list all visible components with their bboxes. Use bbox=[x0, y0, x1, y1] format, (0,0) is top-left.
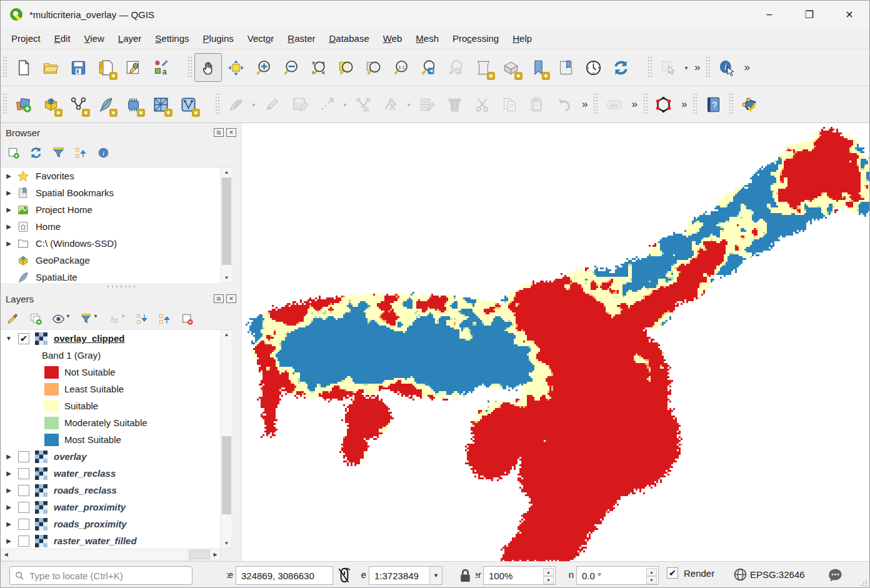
layer-name[interactable]: water_proximity bbox=[54, 502, 126, 512]
browser-vertical-scrollbar[interactable]: ▲ ▼ bbox=[221, 167, 232, 283]
layer-row-overlay[interactable]: ▶ overlay bbox=[1, 448, 233, 465]
menu-plugins[interactable]: Plugins bbox=[196, 30, 241, 47]
collapse-all-button[interactable] bbox=[72, 144, 89, 161]
data-source-manager-button[interactable] bbox=[9, 90, 37, 119]
scroll-up-arrow[interactable]: ▲ bbox=[221, 330, 232, 339]
scroll-down-arrow[interactable]: ▼ bbox=[221, 539, 232, 548]
layer-checkbox[interactable] bbox=[18, 451, 29, 462]
layers-vertical-scrollbar[interactable]: ▲ ▼ bbox=[221, 329, 232, 549]
toolbar-grip[interactable] bbox=[188, 57, 192, 78]
new-shapefile-layer-button[interactable]: ✶ bbox=[64, 90, 92, 119]
messages-button[interactable] bbox=[827, 567, 844, 586]
new-3d-map-view-button[interactable]: ✶ bbox=[497, 53, 524, 82]
properties-info-button[interactable]: i bbox=[94, 144, 112, 161]
layer-name[interactable]: raster_water_filled bbox=[54, 536, 137, 546]
new-mesh-layer-button[interactable]: ✶ bbox=[147, 90, 174, 119]
collapse-icon[interactable]: ▼ bbox=[1, 335, 17, 342]
map-canvas-area[interactable] bbox=[241, 123, 870, 561]
toolbar-overflow[interactable]: » bbox=[678, 98, 691, 111]
remove-layer-button[interactable] bbox=[178, 310, 196, 327]
rotation-spinbox[interactable]: 0.0 ° ▲▼ bbox=[576, 566, 659, 585]
layer-row-water-reclass[interactable]: ▶ water_reclass bbox=[1, 465, 233, 482]
menu-mesh[interactable]: Mesh bbox=[409, 30, 446, 47]
toolbar-grip[interactable] bbox=[215, 94, 220, 115]
layer-row-roads-reclass[interactable]: ▶ roads_reclass bbox=[1, 482, 233, 499]
coordinate-box[interactable]: 324869, 3086630 bbox=[236, 566, 333, 585]
toolbar-grip[interactable] bbox=[643, 94, 648, 115]
add-group-button[interactable] bbox=[27, 310, 44, 327]
map-raster-canvas[interactable] bbox=[242, 123, 870, 561]
lock-scale-icon[interactable] bbox=[459, 569, 472, 585]
new-project-button[interactable] bbox=[9, 53, 37, 82]
expander-icon[interactable]: ▶ bbox=[1, 487, 17, 494]
scroll-up-arrow[interactable]: ▲ bbox=[221, 167, 232, 177]
collapse-all-layers-button[interactable] bbox=[156, 310, 173, 327]
zoom-out-button[interactable] bbox=[277, 53, 304, 82]
open-project-button[interactable] bbox=[37, 53, 64, 82]
zoom-in-button[interactable] bbox=[249, 53, 277, 82]
expander-icon[interactable]: ▶ bbox=[1, 453, 17, 460]
filter-legend-button[interactable]: ▾ bbox=[77, 310, 94, 327]
zoom-to-layer-button[interactable] bbox=[359, 53, 387, 82]
topology-checker-button[interactable] bbox=[650, 90, 678, 119]
layer-row-roads-proximity[interactable]: ▶ roads_proximity bbox=[1, 516, 233, 532]
menu-edit[interactable]: Edit bbox=[48, 30, 78, 47]
expander-icon[interactable]: ▶ bbox=[1, 172, 17, 179]
new-temporary-scratch-layer-button[interactable]: ✶ bbox=[92, 90, 119, 119]
menu-layer[interactable]: Layer bbox=[111, 30, 149, 47]
browser-item-c-drive[interactable]: ▶ C:\ (Windows-SSD) bbox=[1, 235, 233, 252]
scroll-thumb[interactable] bbox=[189, 550, 210, 559]
toolbar-overflow[interactable]: » bbox=[691, 61, 704, 74]
layer-checkbox[interactable] bbox=[18, 485, 29, 496]
menu-database[interactable]: Database bbox=[322, 30, 376, 47]
menu-vector[interactable]: Vector bbox=[241, 30, 281, 47]
help-contents-button[interactable]: ? bbox=[699, 90, 727, 119]
layer-row-overlay-clipped[interactable]: ▼ ✔ overlay_clipped bbox=[1, 330, 233, 347]
new-spatial-bookmark-button[interactable]: ✶ bbox=[524, 53, 552, 82]
menu-web[interactable]: Web bbox=[376, 30, 409, 47]
zoom-last-button[interactable] bbox=[414, 53, 442, 82]
menu-processing[interactable]: Processing bbox=[446, 30, 506, 47]
expander-icon[interactable]: ▶ bbox=[1, 240, 17, 247]
scroll-down-arrow[interactable]: ▼ bbox=[221, 273, 232, 282]
render-control[interactable]: ✔ Render bbox=[667, 567, 714, 579]
browser-item-geopackage[interactable]: GeoPackage bbox=[1, 252, 233, 269]
new-map-view-button[interactable]: ✶ bbox=[469, 53, 497, 82]
expander-icon[interactable]: ▶ bbox=[1, 537, 17, 544]
identify-features-button[interactable]: i bbox=[712, 53, 740, 82]
new-geopackage-layer-button[interactable]: ✶ bbox=[37, 90, 64, 119]
scroll-thumb[interactable] bbox=[222, 177, 231, 265]
add-selected-layer-button[interactable] bbox=[4, 144, 22, 161]
scale-dropdown-caret[interactable]: ▼ bbox=[429, 567, 442, 584]
zoom-to-selection-button[interactable] bbox=[332, 53, 359, 82]
open-layer-styling-button[interactable] bbox=[4, 310, 22, 327]
layers-horizontal-scrollbar[interactable]: ◀ ▶ bbox=[1, 549, 221, 561]
layer-checkbox[interactable]: ✔ bbox=[18, 333, 29, 344]
menu-help[interactable]: Help bbox=[506, 30, 539, 47]
check-geometries-button[interactable] bbox=[736, 90, 763, 119]
layer-row-water-proximity[interactable]: ▶ water_proximity bbox=[1, 499, 233, 516]
layer-name[interactable]: roads_proximity bbox=[54, 519, 127, 529]
new-virtual-layer-button[interactable]: ✶ bbox=[119, 90, 147, 119]
expander-icon[interactable]: ▶ bbox=[1, 504, 17, 511]
refresh-button[interactable] bbox=[607, 53, 634, 82]
toolbar-grip[interactable] bbox=[2, 94, 8, 115]
dock-splitter[interactable] bbox=[1, 283, 241, 289]
browser-item-project-home[interactable]: ▶ Project Home bbox=[1, 201, 233, 218]
render-checkbox[interactable]: ✔ bbox=[667, 567, 678, 579]
browser-close-button[interactable]: ✕ bbox=[226, 128, 236, 137]
show-layout-manager-button[interactable] bbox=[119, 53, 147, 82]
scroll-right-arrow[interactable]: ▶ bbox=[211, 549, 220, 560]
expander-icon[interactable]: ▶ bbox=[1, 470, 17, 477]
toolbar-grip[interactable] bbox=[2, 57, 8, 78]
layer-name[interactable]: water_reclass bbox=[54, 468, 116, 479]
layers-close-button[interactable]: ✕ bbox=[226, 294, 236, 303]
expander-icon[interactable]: ▶ bbox=[1, 206, 17, 213]
magnifier-spin-buttons[interactable]: ▲▼ bbox=[543, 568, 554, 583]
refresh-browser-button[interactable] bbox=[27, 144, 44, 161]
temporal-controller-button[interactable] bbox=[579, 53, 607, 82]
layer-name[interactable]: roads_reclass bbox=[54, 485, 117, 496]
toolbar-overflow[interactable]: » bbox=[578, 98, 591, 111]
resize-grip[interactable] bbox=[859, 579, 868, 587]
menu-view[interactable]: View bbox=[78, 30, 111, 47]
